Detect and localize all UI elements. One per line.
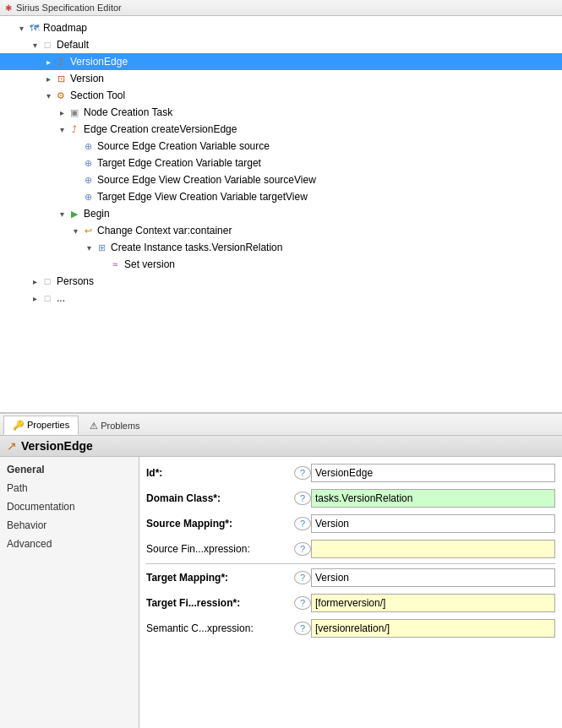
tab-icon-problems: ⚠	[90, 421, 98, 431]
sidebar-section-documentation[interactable]: Documentation	[0, 497, 139, 516]
tree-label-setversion: Set version	[124, 258, 175, 270]
properties-body: GeneralPathDocumentationBehaviorAdvanced…	[0, 457, 562, 728]
tree-label-default: Default	[57, 39, 89, 51]
tree-item-default[interactable]: □Default	[0, 36, 562, 53]
prop-help-target_mapping[interactable]: ?	[294, 571, 311, 584]
tree-label-ellipsis: ...	[57, 292, 65, 304]
tree-arrow[interactable]	[56, 108, 68, 117]
tree-item-persons[interactable]: □Persons	[0, 273, 562, 290]
prop-value-source_mapping	[311, 514, 555, 533]
properties-title-icon: ↗	[7, 439, 17, 453]
prop-value-semantic_c	[311, 619, 555, 638]
properties-heading: VersionEdge	[21, 439, 93, 453]
tree-item-ellipsis[interactable]: □...	[0, 290, 562, 307]
tab-label-properties: Properties	[27, 420, 69, 430]
tree-item-setversion[interactable]: ≈Set version	[0, 256, 562, 273]
tab-problems[interactable]: ⚠Problems	[80, 416, 149, 435]
prop-value-target_mapping	[311, 568, 555, 587]
tree-arrow[interactable]	[56, 209, 68, 219]
tree-node-icon-sectiontool: ⚙	[54, 89, 68, 102]
prop-input-source_mapping[interactable]	[311, 514, 555, 533]
tree-arrow[interactable]	[83, 243, 95, 253]
properties-title-bar: ↗ VersionEdge	[0, 436, 562, 457]
sidebar-section-general[interactable]: General	[0, 460, 139, 479]
prop-input-target_fi[interactable]	[311, 594, 555, 612]
prop-help-source_mapping[interactable]: ?	[294, 517, 311, 530]
tree-node-icon-version: ⊡	[54, 72, 68, 85]
properties-panel: 🔑Properties⚠Problems ↗ VersionEdge Gener…	[0, 414, 562, 728]
prop-row-source_mapping: Source Mapping*:?	[146, 513, 555, 535]
tree-arrow[interactable]	[15, 24, 27, 33]
tree-item-nodecreation[interactable]: ▣Node Creation Task	[0, 104, 562, 121]
tree-item-changecontext[interactable]: ↩Change Context var:container	[0, 222, 562, 239]
prop-label-target_mapping: Target Mapping*:	[146, 572, 294, 584]
prop-help-target_fi[interactable]: ?	[294, 596, 311, 610]
tree-item-sectiontool[interactable]: ⚙Section Tool	[0, 87, 562, 104]
tree-node-icon-targetvar: ⊕	[81, 156, 95, 170]
tree-node-icon-sourceviewvar: ⊕	[81, 173, 95, 187]
tab-icon-properties: 🔑	[13, 420, 25, 430]
prop-input-domain_class[interactable]	[311, 489, 555, 508]
prop-help-source_fin[interactable]: ?	[294, 542, 311, 556]
tree-node-icon-nodecreation: ▣	[68, 106, 81, 119]
tree-label-begin: Begin	[84, 208, 110, 220]
tree-node-icon-targetviewvar: ⊕	[81, 190, 95, 204]
tree-container[interactable]: 🗺Roadmap□Default⤴VersionEdge⊡Version⚙Sec…	[0, 16, 562, 408]
prop-row-target_mapping: Target Mapping*:?	[146, 567, 555, 589]
tree-item-targetvar[interactable]: ⊕Target Edge Creation Variable target	[0, 155, 562, 171]
tree-arrow[interactable]	[29, 294, 41, 303]
prop-help-semantic_c[interactable]: ?	[294, 622, 311, 635]
tree-label-sourcevar: Source Edge Creation Variable source	[97, 140, 270, 152]
tree-node-icon-roadmap: 🗺	[27, 21, 41, 35]
tree-label-targetvar: Target Edge Creation Variable target	[97, 157, 261, 169]
tree-node-icon-default: □	[41, 38, 54, 52]
tab-properties[interactable]: 🔑Properties	[3, 416, 79, 435]
properties-sidebar: GeneralPathDocumentationBehaviorAdvanced	[0, 457, 139, 728]
tree-arrow[interactable]	[42, 74, 54, 84]
tree-item-edgecreation[interactable]: ⤴Edge Creation createVersionEdge	[0, 121, 562, 138]
tree-item-versionedge[interactable]: ⤴VersionEdge	[0, 53, 562, 70]
tree-item-begin[interactable]: ▶Begin	[0, 205, 562, 222]
prop-row-target_fi: Target Fi...ression*:?	[146, 592, 555, 614]
sidebar-section-path[interactable]: Path	[0, 479, 139, 497]
tree-arrow[interactable]	[29, 41, 41, 50]
prop-input-id[interactable]	[311, 464, 555, 482]
divider	[146, 563, 555, 564]
tree-node-icon-persons: □	[41, 274, 54, 288]
prop-label-id: Id*:	[146, 467, 294, 479]
prop-label-source_mapping: Source Mapping*:	[146, 518, 294, 530]
tree-label-version: Version	[70, 73, 104, 84]
tree-arrow[interactable]	[69, 226, 81, 236]
prop-input-source_fin[interactable]	[311, 540, 555, 558]
sidebar-section-advanced[interactable]: Advanced	[0, 535, 139, 553]
prop-row-semantic_c: Semantic C...xpression:?	[146, 617, 555, 639]
tree-node-icon-begin: ▶	[68, 207, 81, 220]
tree-item-createinstance[interactable]: ⊞Create Instance tasks.VersionRelation	[0, 239, 562, 256]
tree-node-icon-createinstance: ⊞	[95, 241, 108, 254]
tree-item-sourcevar[interactable]: ⊕Source Edge Creation Variable source	[0, 138, 562, 155]
tree-arrow[interactable]	[29, 277, 41, 286]
prop-help-id[interactable]: ?	[294, 466, 311, 480]
tree-node-icon-versionedge: ⤴	[54, 55, 68, 68]
sidebar-section-behavior[interactable]: Behavior	[0, 516, 139, 535]
prop-help-domain_class[interactable]: ?	[294, 492, 311, 505]
tree-label-changecontext: Change Context var:container	[97, 225, 232, 236]
tree-node-icon-sourcevar: ⊕	[81, 139, 95, 153]
prop-input-target_mapping[interactable]	[311, 568, 555, 587]
tree-label-nodecreation: Node Creation Task	[84, 106, 172, 118]
tree-panel: ✱ Sirius Specification Editor 🗺Roadmap□D…	[0, 0, 562, 414]
tree-item-version[interactable]: ⊡Version	[0, 70, 562, 87]
tree-item-roadmap[interactable]: 🗺Roadmap	[0, 19, 562, 36]
tree-item-sourceviewvar[interactable]: ⊕Source Edge View Creation Variable sour…	[0, 171, 562, 188]
prop-row-source_fin: Source Fin...xpression:?	[146, 538, 555, 560]
prop-value-target_fi	[311, 594, 555, 612]
prop-label-semantic_c: Semantic C...xpression:	[146, 622, 294, 634]
panel-title: Sirius Specification Editor	[16, 3, 122, 13]
tree-arrow[interactable]	[42, 57, 54, 67]
tree-arrow[interactable]	[42, 91, 54, 101]
prop-row-id: Id*:?	[146, 462, 555, 484]
properties-content: Id*:?Domain Class*:?Source Mapping*:?Sou…	[139, 457, 562, 728]
tree-item-targetviewvar[interactable]: ⊕Target Edge View Creation Variable targ…	[0, 188, 562, 205]
prop-input-semantic_c[interactable]	[311, 619, 555, 638]
tree-arrow[interactable]	[56, 125, 68, 134]
